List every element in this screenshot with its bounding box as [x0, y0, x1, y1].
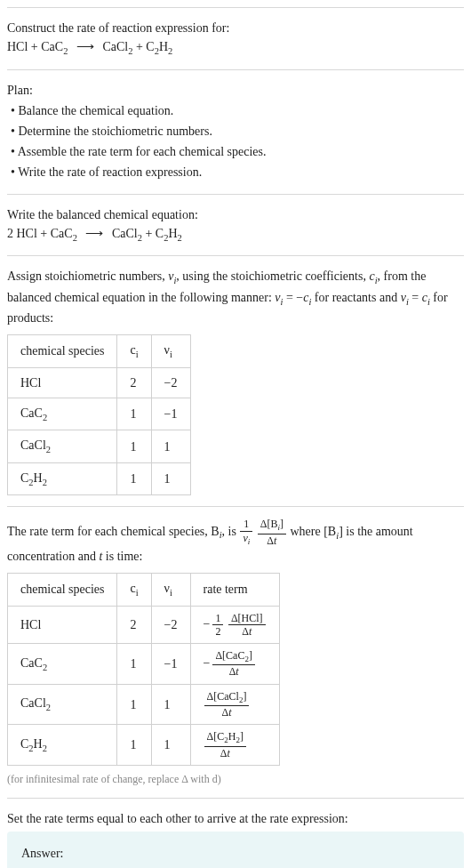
table-header-row: chemical species ci νi rate term — [8, 573, 280, 606]
unbalanced-equation: HCl + CaC2 ⟶ CaCl2 + C2H2 — [7, 37, 464, 59]
cell-vi: 1 — [151, 684, 190, 725]
stoich-table: chemical species ci νi HCl2−2 CaC21−1 Ca… — [7, 334, 191, 495]
col-species: chemical species — [8, 335, 117, 368]
cell-vi: 1 — [151, 462, 190, 495]
plan-item: • Determine the stoichiometric numbers. — [11, 122, 464, 141]
cell-species: CaCl2 — [8, 430, 117, 463]
col-rate: rate term — [190, 573, 279, 606]
cell-ci: 1 — [117, 398, 151, 430]
balanced-equation: 2 HCl + CaC2 ⟶ CaCl2 + C2H2 — [7, 224, 464, 245]
plan-item: • Write the rate of reaction expression. — [11, 163, 464, 181]
cell-rate: Δ[CaCl2]Δt — [190, 684, 279, 725]
cell-ci: 1 — [117, 462, 151, 495]
cell-ci: 1 — [117, 684, 151, 725]
col-ci: ci — [117, 573, 151, 606]
cell-vi: −1 — [151, 398, 190, 430]
cell-ci: 2 — [117, 606, 151, 644]
table-row: HCl2−2 — [8, 367, 191, 398]
table-row: C2H211 — [8, 462, 191, 495]
cell-species: HCl — [8, 367, 117, 398]
rate-terms-section: The rate term for each chemical species,… — [7, 506, 464, 798]
intro-pre: The rate term for each chemical species,… — [7, 525, 220, 538]
cell-species: CaCl2 — [8, 684, 117, 725]
cell-ci: 1 — [117, 725, 151, 766]
table-row: HCl2−2−12 Δ[HCl]Δt — [8, 606, 280, 644]
cell-vi: 1 — [151, 725, 190, 766]
intro-section: Construct the rate of reaction expressio… — [7, 7, 464, 69]
intro-mid: , is — [222, 525, 240, 538]
cell-rate: −12 Δ[HCl]Δt — [190, 606, 279, 644]
cell-vi: 1 — [151, 430, 190, 463]
plan-item: • Balance the chemical equation. — [11, 101, 464, 120]
col-species: chemical species — [8, 573, 117, 606]
cell-species: C2H2 — [8, 462, 117, 495]
answer-label: Answer: — [21, 844, 450, 863]
stoich-intro: Assign stoichiometric numbers, νi, using… — [7, 267, 464, 327]
table-row: C2H211Δ[C2H2]Δt — [8, 725, 280, 766]
cell-ci: 1 — [117, 644, 151, 685]
col-vi: νi — [151, 573, 190, 606]
cell-vi: −2 — [151, 606, 190, 644]
table-row: CaC21−1 — [8, 398, 191, 430]
stoich-section: Assign stoichiometric numbers, νi, using… — [7, 255, 464, 506]
plan-section: Plan: • Balance the chemical equation. •… — [7, 69, 464, 194]
cell-rate: −Δ[CaC2]Δt — [190, 644, 279, 685]
cell-rate: Δ[C2H2]Δt — [190, 725, 279, 766]
balanced-section: Write the balanced chemical equation: 2 … — [7, 194, 464, 256]
table-row: CaC21−1−Δ[CaC2]Δt — [8, 644, 280, 685]
answer-box: Answer: rate = −12 Δ[HCl]Δt = −Δ[CaC2]Δt… — [7, 832, 464, 868]
balanced-heading: Write the balanced chemical equation: — [7, 205, 464, 224]
cell-species: HCl — [8, 606, 117, 644]
rate-terms-intro: The rate term for each chemical species,… — [7, 518, 464, 566]
plan-heading: Plan: — [7, 81, 464, 100]
cell-species: CaC2 — [8, 398, 117, 430]
rate-terms-table: chemical species ci νi rate term HCl2−2−… — [7, 573, 280, 766]
cell-vi: −1 — [151, 644, 190, 685]
plan-item: • Assemble the rate term for each chemic… — [11, 142, 464, 161]
cell-ci: 2 — [117, 367, 151, 398]
table-row: CaCl211 — [8, 430, 191, 463]
col-ci: ci — [117, 335, 151, 368]
rate-terms-footnote: (for infinitesimal rate of change, repla… — [7, 771, 464, 787]
table-header-row: chemical species ci νi — [8, 335, 191, 368]
final-heading: Set the rate terms equal to each other t… — [7, 809, 464, 828]
final-section: Set the rate terms equal to each other t… — [7, 798, 464, 868]
col-vi: νi — [151, 335, 190, 368]
cell-species: C2H2 — [8, 725, 117, 766]
cell-vi: −2 — [151, 367, 190, 398]
plan-list: • Balance the chemical equation. • Deter… — [7, 101, 464, 181]
prompt-text: Construct the rate of reaction expressio… — [7, 19, 464, 37]
cell-species: CaC2 — [8, 644, 117, 685]
table-row: CaCl211Δ[CaCl2]Δt — [8, 684, 280, 725]
cell-ci: 1 — [117, 430, 151, 463]
